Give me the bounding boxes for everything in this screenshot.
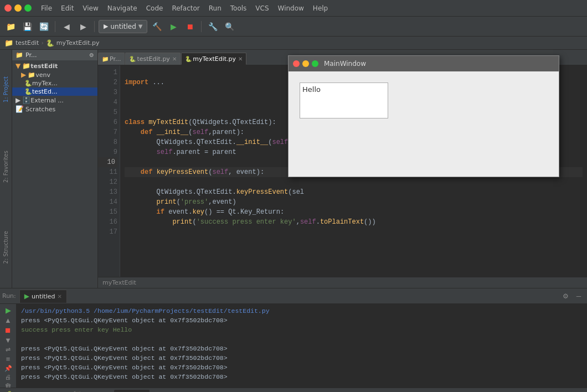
run-button[interactable]: ▶ <box>166 19 181 34</box>
project-panel: 📁 Pr... ⚙ ▼ 📁 testEdit ▶ 📁 venv 🐍 myTex.… <box>12 50 98 288</box>
tree-label-external: External ... <box>30 97 64 104</box>
save-button[interactable]: 💾 <box>20 19 34 34</box>
tree-item-tested[interactable]: 🐍 testEd... <box>12 87 97 96</box>
close-button[interactable] <box>4 4 12 12</box>
fw-max-btn[interactable] <box>312 60 318 67</box>
tree-item-external[interactable]: ▶ 🗄️ External ... <box>12 96 97 105</box>
floating-window: MainWindow Hello <box>288 55 559 177</box>
run-output-line-6: press <PyQt5.QtGui.QKeyEvent object at 0… <box>21 363 583 372</box>
run-down-btn[interactable]: ▼ <box>2 336 14 344</box>
run-tab-close[interactable]: ✕ <box>57 293 61 300</box>
btab-run[interactable]: ▶ 4: Run <box>114 390 150 392</box>
fw-textbox[interactable]: Hello <box>300 82 388 118</box>
run-minimize-btn[interactable]: ─ <box>573 290 585 302</box>
settings-button[interactable]: 🔧 <box>205 19 220 34</box>
fw-close-btn[interactable] <box>293 60 300 67</box>
build-button[interactable]: 🔨 <box>150 19 164 34</box>
menu-vcs[interactable]: VCS <box>251 3 272 14</box>
folder-closed-icon: ▶ <box>21 71 26 79</box>
bottom-panel: Run: ▶ untitled ✕ ⚙ ─ ▶ ▲ ⏹ ▼ ⇌ ≡ 📌 🖨 🗑 … <box>0 288 587 388</box>
tree-item-mytex[interactable]: 🐍 myTex... <box>12 79 97 87</box>
tab-mytextedit-close[interactable]: ✕ <box>238 56 243 62</box>
forward-button[interactable]: ▶ <box>76 19 90 34</box>
breadcrumb-testedit[interactable]: testEdit <box>16 39 39 47</box>
run-output-line-4: press <PyQt5.QtGui.QKeyEvent object at 0… <box>21 344 583 353</box>
stop-button[interactable]: ⏹ <box>183 19 197 34</box>
btab-todo[interactable]: ☰ 6: TODO <box>150 390 193 392</box>
open-folder-button[interactable]: 📁 <box>3 19 18 34</box>
menu-navigate[interactable]: Navigate <box>104 3 141 14</box>
fw-text-content: Hello <box>302 85 321 94</box>
tree-label-testedit: testEdit <box>30 63 58 70</box>
fw-title: MainWindow <box>324 60 366 68</box>
editor-footer: myTextEdit <box>98 277 587 288</box>
breadcrumb-file[interactable]: myTextEdit.py <box>56 39 100 47</box>
run-print-btn[interactable]: 🖨 <box>2 374 14 380</box>
menu-bar: File Edit View Navigate Code Refactor Ru… <box>0 0 587 17</box>
tab-testedit[interactable]: 🐍 testEdit.py ✕ <box>125 53 181 65</box>
run-tab-label: untitled <box>32 293 55 300</box>
tree-item-testedit[interactable]: ▼ 📁 testEdit <box>12 61 97 70</box>
run-output-success: success press enter key Hello <box>21 325 583 334</box>
run-pin-btn[interactable]: 📌 <box>2 365 14 372</box>
search-button[interactable]: 🔍 <box>222 19 236 34</box>
tree-item-scratches[interactable]: 📝 Scratches <box>12 105 97 114</box>
tab-mytextedit[interactable]: 🐍 myTextEdit.py ✕ <box>181 53 246 65</box>
run-play-btn[interactable]: ▶ <box>2 306 14 314</box>
run-controls-right: ⚙ ─ <box>559 290 585 302</box>
run-stop-btn[interactable]: ⏹ <box>2 326 14 334</box>
sync-button[interactable]: 🔄 <box>37 19 51 34</box>
btab-python-console[interactable]: 🐍 Python Console <box>2 390 68 392</box>
menu-view[interactable]: View <box>79 3 102 14</box>
run-settings-btn[interactable]: ⚙ <box>559 290 571 302</box>
tab-pr[interactable]: 📁 Pr... <box>98 53 125 65</box>
menu-file[interactable]: File <box>37 3 56 14</box>
run-filter-btn[interactable]: ≡ <box>2 355 14 363</box>
menu-refactor[interactable]: Refactor <box>168 3 203 14</box>
btab-event-log[interactable]: ● Event Log <box>538 390 585 392</box>
tree-label-tested: testEd... <box>32 88 58 95</box>
maximize-button[interactable] <box>24 4 32 12</box>
ext-folder-icon: ▶ <box>16 96 20 104</box>
menu-run[interactable]: Run <box>205 3 225 14</box>
minimize-button[interactable] <box>14 4 22 12</box>
tab-testedit-close[interactable]: ✕ <box>172 56 177 62</box>
menu-tools[interactable]: Tools <box>226 3 251 14</box>
run-output-line-7: press <PyQt5.QtGui.QKeyEvent object at 0… <box>21 372 583 381</box>
run-tab-untitled[interactable]: ▶ untitled ✕ <box>19 290 67 303</box>
menu-code[interactable]: Code <box>142 3 167 14</box>
run-output-line-1: press <PyQt5.QtGui.QKeyEvent object at 0… <box>21 316 583 325</box>
toolbar: 📁 💾 🔄 ◀ ▶ ▶ untitled ▼ 🔨 ▶ ⏹ 🔧 🔍 <box>0 17 587 37</box>
folder-open-icon: ▼ <box>16 62 20 70</box>
project-panel-header[interactable]: 📁 Pr... ⚙ <box>12 50 97 60</box>
run-output: /usr/bin/python3.5 /home/lum/PycharmProj… <box>17 304 587 388</box>
run-rerun-up-btn[interactable]: ▲ <box>2 316 14 324</box>
back-button[interactable]: ◀ <box>59 19 74 34</box>
menu-edit[interactable]: Edit <box>57 3 78 14</box>
side-tab-structure[interactable]: 2: Structure <box>2 226 10 268</box>
menu-help[interactable]: Help <box>309 3 332 14</box>
menu-window[interactable]: Window <box>274 3 308 14</box>
venv-folder-icon: 📁 <box>28 71 35 79</box>
side-tab-favorites[interactable]: 2: Favorites <box>2 146 10 187</box>
scratches-icon: 📝 <box>16 105 24 113</box>
tree-item-venv[interactable]: ▶ 📁 venv <box>12 70 97 79</box>
side-tab-project[interactable]: 1: Project <box>2 72 10 107</box>
toolbar-sep-2 <box>94 21 95 32</box>
tree-label-scratches: Scratches <box>25 106 55 113</box>
project-tree: ▼ 📁 testEdit ▶ 📁 venv 🐍 myTex... 🐍 testE… <box>12 60 97 288</box>
btab-terminal[interactable]: ⬛ Terminal <box>69 390 114 392</box>
floating-window-titlebar: MainWindow <box>289 56 559 71</box>
run-config-dropdown[interactable]: ▶ untitled ▼ <box>99 20 147 33</box>
fw-content: Hello <box>289 71 559 177</box>
run-config-label: untitled <box>110 23 136 30</box>
run-trash-btn[interactable]: 🗑 <box>2 382 14 388</box>
side-tabs-left: 1: Project 2: Favorites 2: Structure <box>0 50 12 288</box>
fw-min-btn[interactable] <box>302 60 309 67</box>
run-wrap-btn[interactable]: ⇌ <box>2 346 14 353</box>
menu-items: File Edit View Navigate Code Refactor Ru… <box>37 3 332 14</box>
tab-mytextedit-icon: 🐍 <box>185 56 192 62</box>
panel-menu-icon[interactable]: ⚙ <box>89 52 94 58</box>
fw-controls <box>293 60 318 67</box>
toolbar-sep-3 <box>201 21 202 32</box>
